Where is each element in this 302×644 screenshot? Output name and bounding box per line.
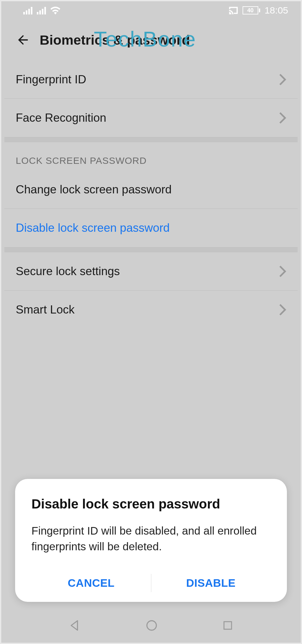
row-face-recognition[interactable]: Face Recognition bbox=[4, 99, 298, 137]
chevron-right-icon bbox=[279, 304, 286, 315]
disable-button[interactable]: DISABLE bbox=[151, 564, 271, 602]
svg-point-0 bbox=[147, 621, 156, 630]
chevron-right-icon bbox=[279, 266, 286, 277]
row-label: Face Recognition bbox=[16, 111, 106, 125]
cancel-button[interactable]: CANCEL bbox=[31, 564, 151, 602]
row-fingerprint[interactable]: Fingerprint ID bbox=[4, 60, 298, 99]
wifi-icon bbox=[50, 6, 60, 14]
clock: 18:05 bbox=[265, 5, 288, 16]
row-smart-lock[interactable]: Smart Lock bbox=[4, 291, 298, 329]
chevron-right-icon bbox=[279, 74, 286, 85]
section-biometrics: Fingerprint ID Face Recognition bbox=[4, 60, 298, 137]
row-label: Fingerprint ID bbox=[16, 73, 86, 86]
svg-rect-1 bbox=[224, 622, 232, 629]
row-change-password[interactable]: Change lock screen password bbox=[4, 170, 298, 209]
row-label: Disable lock screen password bbox=[16, 221, 170, 235]
battery-icon: 40 bbox=[243, 6, 260, 14]
section-divider bbox=[4, 137, 298, 142]
row-label: Secure lock settings bbox=[16, 265, 120, 278]
row-disable-password[interactable]: Disable lock screen password bbox=[4, 209, 298, 247]
nav-recent-button[interactable] bbox=[222, 620, 233, 631]
nav-back-button[interactable] bbox=[69, 619, 81, 632]
status-left bbox=[23, 6, 60, 14]
row-secure-lock[interactable]: Secure lock settings bbox=[4, 252, 298, 291]
section-divider bbox=[4, 247, 298, 252]
section-lock-password: LOCK SCREEN PASSWORD Change lock screen … bbox=[4, 142, 298, 247]
row-label: Smart Lock bbox=[16, 303, 75, 316]
nav-home-button[interactable] bbox=[145, 619, 158, 632]
status-right: 40 18:05 bbox=[229, 5, 288, 16]
confirm-dialog: Disable lock screen password Fingerprint… bbox=[15, 479, 287, 602]
dialog-title: Disable lock screen password bbox=[31, 497, 271, 512]
signal-icon bbox=[37, 6, 46, 14]
back-button[interactable] bbox=[16, 33, 30, 47]
status-bar: 40 18:05 bbox=[4, 1, 298, 19]
page-header: Biometrics & password TechBone bbox=[4, 19, 298, 60]
chevron-right-icon bbox=[279, 112, 286, 124]
dialog-body: Fingerprint ID will be disabled, and all… bbox=[31, 523, 271, 555]
page-title: Biometrics & password bbox=[40, 32, 190, 48]
row-label: Change lock screen password bbox=[16, 183, 172, 196]
section-lock-settings: Secure lock settings Smart Lock bbox=[4, 252, 298, 329]
cast-icon bbox=[229, 6, 238, 14]
battery-level: 40 bbox=[247, 7, 254, 14]
section-header: LOCK SCREEN PASSWORD bbox=[4, 142, 298, 170]
dialog-actions: CANCEL DISABLE bbox=[31, 564, 271, 602]
signal-icon bbox=[23, 6, 32, 14]
nav-bar bbox=[4, 608, 298, 643]
